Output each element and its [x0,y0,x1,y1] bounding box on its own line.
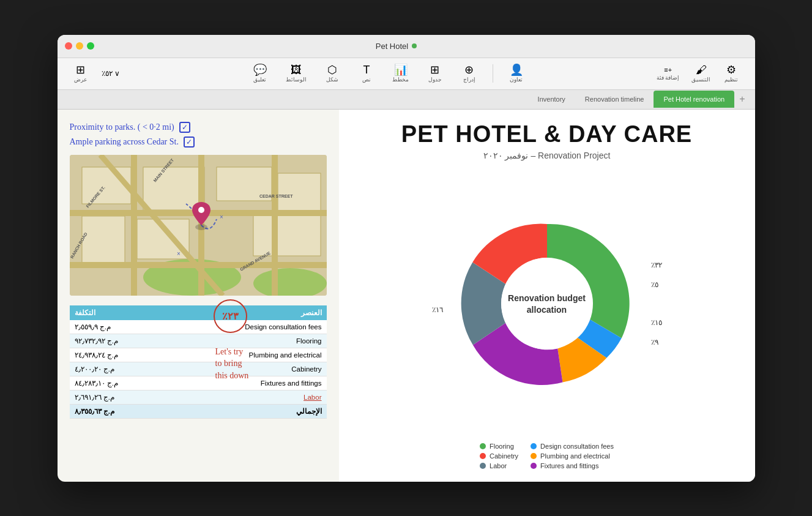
svg-text:CEDAR STREET: CEDAR STREET [259,194,293,198]
organize-button[interactable]: ⚙ تنظيم [718,62,745,85]
legend-label-cabinetry: Cabinetry [490,452,518,460]
toolbar-right: ≡+ إضافة فئة 🖌 التنسيق ⚙ تنظيم [652,62,745,85]
view-icon: ⊞ [76,64,85,75]
left-pct-labels: ٪١٦ [432,293,443,314]
view-button[interactable]: ⊞ عرض [67,62,94,85]
total-cost: م.ج ٨٫٣٥٥٫٦٣ [70,404,168,418]
toolbar: ⊞ عرض ٪٥٢ ∨ 💬 تعليق 🖼 الوسائط ⬡ شكل T [58,58,755,90]
text-button[interactable]: T نص [353,62,380,85]
table-cell-cost: م.ج ٩٢٫٧٣٢٫٩٢ [70,334,168,348]
table-cell-cost: م.ج ٨٤٫٢٨٣٫١٠ [70,376,168,390]
legend-flooring: Flooring [480,443,518,450]
right-pct-labels: ٪٣٢ ٪٥ ٪١٥ ٪٩ [651,261,662,346]
toolbar-center: 💬 تعليق 🖼 الوسائط ⬡ شكل T نص 📊 مخطط ⊞ ج [247,62,530,85]
svg-text:×: × [220,214,223,220]
table-row: Flooringم.ج ٩٢٫٧٣٢٫٩٢ [70,334,327,348]
window-title-container: Pet Hotel [376,42,417,51]
svg-rect-7 [82,216,125,265]
legend-label-labor: Labor [490,462,507,469]
minimize-button[interactable] [76,42,83,50]
legend-cabinetry: Cabinetry [480,452,518,460]
legend-left-col: Flooring Cabinetry Labor [480,443,518,469]
media-button[interactable]: 🖼 الوسائط [281,62,311,85]
hw-line-1: Proximity to parks. ( < 0·2 mi) ✓ [70,122,321,133]
chart-button[interactable]: 📊 مخطط [387,62,414,85]
table-row: Design consultation feesم.ج ٢٫٥٥٩٫٩ [70,320,327,334]
add-category-icon: ≡+ [664,67,672,73]
zoom-button[interactable]: ٪٥٢ ∨ [97,67,125,80]
shape-icon: ⬡ [327,64,337,75]
table-wrapper: العنصر التكلفة Design consultation feesم… [70,305,327,419]
collaborate-icon: 👤 [510,64,523,75]
table-button[interactable]: ⊞ جدول [422,62,449,85]
labor-link[interactable]: Labor [304,394,321,401]
format-button[interactable]: 🖌 التنسيق [687,62,715,85]
shape-button[interactable]: ⬡ شكل [319,62,346,85]
media-icon: 🖼 [291,64,302,75]
legend-dot-design [531,443,537,449]
legend-dot-plumbing [531,453,537,459]
pct-label-32: ٪٣٢ [651,261,662,269]
chart-icon: 📊 [394,64,408,75]
pct-label-5: ٪٥ [651,280,658,289]
legend-dot-cabinetry [480,453,486,459]
tab-renovation-timeline[interactable]: Renovation timeline [575,91,654,108]
hw-checkmark-1: ✓ [182,123,188,132]
tabs-bar: Inventory Renovation timeline Pet Hotel … [58,90,755,110]
handwritten-notes: Proximity to parks. ( < 0·2 mi) ✓ Ample … [70,122,327,148]
tab-inventory[interactable]: Inventory [528,91,575,108]
add-tab-button[interactable]: + [734,94,750,105]
comment-button[interactable]: 💬 تعليق [247,62,274,85]
toolbar-sep1 [493,64,493,83]
insert-icon: ⊕ [464,64,474,75]
add-category-button[interactable]: ≡+ إضافة فئة [652,64,685,83]
table-row: Cabinetryم.ج ٤٫٢٠٠٫٢٠ [70,362,327,376]
annotation-pct: ٪٢٣ [222,310,239,322]
table-cell-cost: م.ج ٤٫٢٠٠٫٢٠ [70,362,168,376]
report-title: PET HOTEL & DAY CARE [401,122,692,148]
format-icon: 🖌 [696,64,707,75]
table-cell-cost: م.ج ٢٫٥٥٩٫٩ [70,320,168,334]
legend-fixtures: Fixtures and fittings [531,462,614,469]
window-title-text: Pet Hotel [376,42,408,51]
annotation-circle: ٪٢٣ [214,299,247,333]
main-window: Pet Hotel ⊞ عرض ٪٥٢ ∨ 💬 تعليق 🖼 الوسائط [58,35,755,482]
table-total-row: الإجماليم.ج ٨٫٣٥٥٫٦٣ [70,404,327,418]
pct-label-16: ٪١٦ [432,305,443,314]
svg-rect-13 [272,155,278,296]
legend-right-col: Design consultation fees Plumbing and el… [531,443,614,469]
maximize-button[interactable] [87,42,94,50]
col-header-cost: التكلفة [70,305,168,320]
legend-plumbing: Plumbing and electrical [531,452,614,460]
collaborate-button[interactable]: 👤 تعاون [503,62,530,85]
content-area: Proximity to parks. ( < 0·2 mi) ✓ Ample … [58,110,755,482]
traffic-lights [65,42,94,50]
donut-chart: Renovation budgetallocation [449,206,645,402]
hw-checkbox-2[interactable]: ✓ [184,136,195,148]
text-icon: T [363,64,370,75]
table-cell-item: Labor [168,390,327,404]
legend-label-design: Design consultation fees [540,443,614,450]
insert-button[interactable]: ⊕ إدراج [456,62,483,85]
svg-rect-9 [253,213,321,256]
legend-dot-fixtures [531,463,537,469]
svg-rect-6 [278,173,321,213]
table-icon: ⊞ [430,64,439,75]
table-row: Laborم.ج ٢٫٦٩١٫٢٦ [70,390,327,404]
chart-wrapper: ٪١٦ [354,173,740,435]
titlebar: Pet Hotel [58,35,755,58]
comment-icon: 💬 [253,64,267,75]
close-button[interactable] [65,42,72,50]
pct-label-15: ٪١٥ [651,318,662,327]
cost-table: العنصر التكلفة Design consultation feesم… [70,305,327,419]
legend-dot-labor [480,463,486,469]
legend-labor: Labor [480,462,518,469]
hw-line-2: Ample parking across Cedar St. ✓ [70,136,321,148]
map-svg: FILMORE ST. MAIN STREET CEDAR STREET RAN… [70,155,327,296]
hw-checkbox-1[interactable]: ✓ [179,122,190,133]
right-panel: PET HOTEL & DAY CARE Renovation Project … [339,110,755,482]
doc-status-dot [412,43,417,48]
tab-pet-hotel-renovation[interactable]: Pet Hotel renovation [654,91,734,108]
hw-checkmark-2: ✓ [186,138,192,146]
legend-label-flooring: Flooring [490,443,514,450]
